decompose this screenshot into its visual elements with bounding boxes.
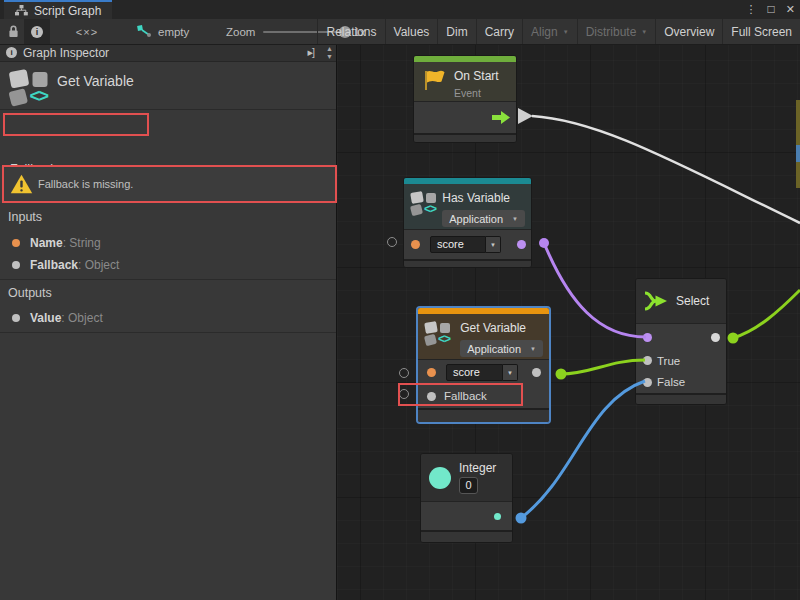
unconnected-port-ring[interactable] [399, 389, 409, 399]
name-input-port[interactable] [411, 240, 420, 249]
node-subtitle: Event [454, 87, 499, 99]
full-screen-button[interactable]: Full Screen [722, 19, 800, 44]
maximize-icon[interactable]: □ [768, 0, 775, 19]
chevron-down-icon: ▼ [641, 29, 647, 35]
true-port-label: True [657, 354, 680, 366]
wire-endpoint-blue[interactable] [516, 513, 527, 524]
warning-text: Fallback is missing. [38, 178, 133, 190]
variable-picker-button[interactable]: ▼ [486, 236, 501, 253]
unit-title: Get Variable [57, 73, 134, 89]
node-footer [404, 259, 531, 267]
variable-icon: <> [425, 321, 453, 347]
variable-name-field[interactable]: score [430, 236, 486, 253]
chevron-down-icon: ▼ [563, 29, 569, 35]
graph-path-indicator[interactable]: empty [137, 19, 189, 44]
select-node[interactable]: Select True False [635, 278, 727, 405]
scope-dropdown[interactable]: Application ▼ [442, 210, 525, 227]
false-port-label: False [657, 376, 685, 388]
node-footer [421, 530, 512, 542]
wire-endpoint-purple[interactable] [539, 238, 549, 248]
info-icon: i [31, 26, 43, 38]
inspector-title: Graph Inspector [23, 46, 109, 60]
overview-button[interactable]: Overview [655, 19, 722, 44]
lock-icon [8, 25, 19, 38]
get-variable-icon: <> [10, 69, 55, 108]
scroll-down-icon[interactable]: ▼ [326, 53, 333, 61]
info-icon: i [6, 47, 17, 58]
graph-inspector-panel: i Graph Inspector ▸] ▲ ▼ <> Get Variable… [0, 45, 337, 600]
selection-output-port[interactable] [711, 333, 720, 342]
titlebar: Script Graph ⋮ □ ✕ [0, 0, 800, 19]
flag-icon [421, 69, 447, 92]
input-row-fallback: Fallback: Object [0, 258, 336, 274]
bool-output-port[interactable] [517, 240, 526, 249]
chevron-down-icon: ▼ [512, 216, 518, 222]
inspector-toggle-button[interactable]: i [24, 19, 50, 44]
outputs-header: Outputs [8, 286, 52, 300]
integer-value-field[interactable]: 0 [459, 477, 478, 494]
carry-button[interactable]: Carry [476, 19, 522, 44]
node-footer [418, 408, 549, 422]
inspector-header: i Graph Inspector ▸] ▲ ▼ [0, 45, 336, 62]
graph-canvas[interactable]: On Start Event <> Has Variable [337, 45, 800, 600]
align-button: Align▼ [522, 19, 577, 44]
scope-dropdown[interactable]: Application ▼ [460, 340, 543, 357]
value-output-port[interactable] [532, 368, 541, 377]
variable-picker-button[interactable]: ▼ [503, 364, 518, 381]
node-title: Has Variable [442, 191, 525, 205]
port-dot-orange [12, 239, 20, 247]
chevron-down-icon: ▼ [530, 346, 536, 352]
select-icon [643, 290, 669, 312]
wire-endpoint-green[interactable] [556, 369, 567, 380]
close-icon[interactable]: ✕ [786, 0, 795, 19]
dock-panel-icon[interactable]: ▸] [307, 46, 314, 59]
output-row-value: Value: Object [0, 311, 336, 327]
wire-icon [137, 25, 152, 38]
code-view-button[interactable]: <×> [70, 19, 104, 44]
integer-icon [428, 466, 452, 490]
node-footer [414, 133, 516, 142]
has-variable-node[interactable]: <> Has Variable Application ▼ score ▼ [403, 177, 532, 268]
wire-onstart-flow[interactable] [532, 116, 800, 223]
unconnected-port-ring[interactable] [387, 237, 397, 247]
tab-script-graph[interactable]: Script Graph [4, 0, 112, 19]
lock-button[interactable] [4, 19, 22, 44]
offscreen-wire-sliver [796, 145, 800, 162]
integer-node[interactable]: Integer 0 [420, 453, 513, 543]
node-title: On Start [454, 69, 499, 83]
name-input-port[interactable] [427, 368, 436, 377]
wire-connector-triangle[interactable] [518, 108, 533, 124]
wire-endpoint-green[interactable] [728, 333, 739, 344]
script-graph-window: Script Graph ⋮ □ ✕ i <×> empty [0, 0, 800, 600]
fallback-input-port[interactable] [427, 392, 436, 401]
variable-icon: <> [411, 191, 435, 217]
graph-path-label: empty [158, 26, 189, 38]
wire-hasvariable-to-select[interactable] [544, 243, 646, 337]
dim-button[interactable]: Dim [437, 19, 475, 44]
unconnected-port-ring[interactable] [399, 368, 409, 378]
variable-name-field[interactable]: score [446, 364, 503, 381]
distribute-button: Distribute▼ [577, 19, 656, 44]
tab-title: Script Graph [34, 4, 101, 18]
port-dot-gray [12, 314, 20, 322]
node-title: Integer [459, 461, 496, 475]
relations-button[interactable]: Relations [317, 19, 384, 44]
values-button[interactable]: Values [385, 19, 438, 44]
get-variable-node[interactable]: <> Get Variable Application ▼ score ▼ [417, 307, 550, 423]
node-footer [636, 393, 726, 404]
window-menu-icon[interactable]: ⋮ [746, 0, 757, 19]
fallback-port-label: Fallback [444, 390, 487, 402]
scroll-up-icon[interactable]: ▲ [326, 45, 333, 53]
node-title: Select [676, 294, 709, 308]
value-output-port[interactable] [494, 513, 501, 520]
warning-icon [10, 174, 33, 194]
panel-scroll-arrows[interactable]: ▲ ▼ [326, 45, 333, 61]
offscreen-wire-sliver [796, 100, 800, 188]
zoom-label: Zoom [226, 26, 255, 38]
on-start-node[interactable]: On Start Event [413, 55, 517, 143]
port-dot-gray [12, 261, 20, 269]
wire-getvariable-to-select-true[interactable] [561, 360, 645, 374]
flow-output-port[interactable] [492, 111, 510, 124]
wire-select-output[interactable] [733, 290, 800, 338]
input-row-name: Name: String [0, 236, 336, 252]
